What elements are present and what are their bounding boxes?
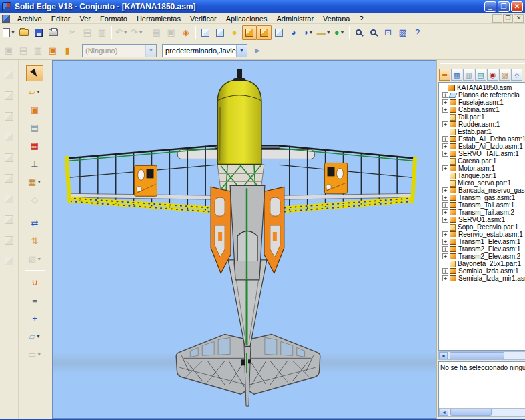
- expand-icon[interactable]: +: [442, 239, 448, 245]
- expand-icon[interactable]: +: [442, 231, 448, 237]
- expand-icon[interactable]: +: [442, 121, 448, 127]
- scroll-left-icon[interactable]: ◄: [440, 409, 448, 416]
- tree-item[interactable]: +Transm2_Elev.asm:1: [440, 245, 525, 253]
- expand-icon[interactable]: +: [442, 165, 448, 171]
- piping-route-button[interactable]: ≡: [26, 292, 43, 308]
- expand-icon[interactable]: +: [442, 99, 448, 105]
- protrusion-tool-button[interactable]: [1, 67, 18, 83]
- tree-item[interactable]: +Estab_Ail_Izdo.asm:1: [440, 143, 525, 150]
- tree-item[interactable]: Tail.par:1: [440, 113, 525, 121]
- move-component-button[interactable]: ⇄: [26, 215, 43, 231]
- menu-ver[interactable]: Ver: [75, 14, 95, 23]
- tab-part-library[interactable]: ▦: [451, 69, 462, 81]
- tree-item[interactable]: Carena.par:1: [440, 157, 525, 165]
- sketch-button[interactable]: ▱▼: [26, 83, 43, 99]
- scroll-left-icon[interactable]: ◄: [439, 352, 448, 359]
- drag-component-button[interactable]: ⇅: [26, 233, 43, 249]
- isometric-view-button[interactable]: [198, 25, 213, 40]
- insert-part-copy-button[interactable]: ▭▼: [26, 346, 43, 362]
- menu-aplicaciones[interactable]: Aplicaciones: [221, 14, 272, 23]
- tab-layers[interactable]: ▤: [475, 69, 486, 81]
- tab-sensors[interactable]: ◉: [487, 69, 498, 81]
- tab-options[interactable]: ☼: [511, 69, 522, 81]
- tree-horizontal-scrollbar[interactable]: ◄ ►: [438, 351, 525, 360]
- tree-item[interactable]: +Reenvio_estab.asm:1: [440, 231, 525, 238]
- chamfer-tool-button[interactable]: [1, 211, 18, 227]
- menu-administrar[interactable]: Administrar: [272, 14, 318, 23]
- cut-button[interactable]: ✂: [65, 25, 80, 40]
- menu-help[interactable]: ?: [354, 14, 368, 23]
- common-views-button[interactable]: ◕: [286, 25, 301, 40]
- sweep-tool-button[interactable]: [1, 108, 18, 124]
- tree-item[interactable]: Bayoneta_25x1.par:1: [440, 260, 525, 267]
- close-button[interactable]: ✕: [511, 1, 523, 12]
- tab-file-properties[interactable]: ▨: [499, 69, 510, 81]
- zoom-area-button[interactable]: [352, 25, 366, 40]
- expand-icon[interactable]: +: [442, 187, 448, 193]
- fit-button[interactable]: ⊡: [381, 25, 396, 40]
- color-manager-button[interactable]: ◈: [179, 25, 193, 40]
- tree-item[interactable]: Tanque.par:1: [440, 172, 525, 179]
- select-tool-options-1-button[interactable]: ▣: [1, 43, 16, 58]
- help-pointer-button[interactable]: ?: [410, 25, 425, 40]
- menu-archivo[interactable]: Archivo: [13, 14, 47, 23]
- tree-item[interactable]: Micro_servo.par:1: [440, 179, 525, 187]
- paste-button[interactable]: ▥: [95, 25, 109, 40]
- tree-item[interactable]: Estab.par:1: [440, 128, 525, 135]
- copy-button[interactable]: ▤: [80, 25, 95, 40]
- pattern-tool-button[interactable]: [1, 232, 18, 248]
- delete-relations-button[interactable]: ▦: [149, 25, 164, 40]
- expand-icon[interactable]: +: [442, 195, 448, 201]
- open-button[interactable]: [17, 25, 31, 40]
- rotate-view-button[interactable]: [272, 25, 286, 40]
- dimetric-view-button[interactable]: [213, 25, 227, 40]
- menu-herramientas[interactable]: Herramientas: [132, 14, 185, 23]
- expand-icon[interactable]: +: [442, 275, 448, 281]
- hole-tool-button[interactable]: [1, 170, 18, 186]
- loft-tool-button[interactable]: [1, 129, 18, 145]
- component-pattern-button[interactable]: ▦▼: [26, 173, 43, 189]
- tree-item[interactable]: +Transm_Tail.asm:2: [440, 209, 525, 216]
- expand-icon[interactable]: +: [442, 253, 448, 259]
- tree-item[interactable]: +Semiala_Izda_mir1.asm:1: [440, 275, 525, 282]
- select-tool-options-3-button[interactable]: ▥: [31, 43, 45, 58]
- menu-verificar[interactable]: Verificar: [185, 14, 221, 23]
- redo-button[interactable]: ↷▼: [129, 25, 145, 40]
- shadows-button[interactable]: ▬▼: [316, 25, 332, 40]
- info-horizontal-scrollbar[interactable]: ◄ ►: [439, 408, 525, 417]
- expand-icon[interactable]: +: [442, 143, 448, 149]
- mdi-minimize-button[interactable]: _: [492, 14, 502, 23]
- chevron-down-icon[interactable]: ▼: [236, 45, 247, 57]
- structural-frames-button[interactable]: ∪: [26, 274, 43, 290]
- tree-item[interactable]: +Semiala_Izda.asm:1: [440, 267, 525, 275]
- menu-formato[interactable]: Formato: [95, 14, 132, 23]
- shaded-with-edges-view-button[interactable]: [257, 25, 272, 40]
- expand-icon[interactable]: +: [442, 136, 448, 142]
- transfer-component-button[interactable]: ▧▼: [26, 251, 43, 267]
- expand-icon[interactable]: +: [442, 246, 448, 252]
- zoom-button[interactable]: [366, 25, 381, 40]
- save-button[interactable]: [31, 25, 46, 40]
- expand-icon[interactable]: +: [442, 92, 448, 98]
- panel-grip[interactable]: [440, 63, 525, 65]
- tree-item[interactable]: Sopo_Reenvio.par:1: [440, 223, 525, 231]
- expand-icon[interactable]: +: [442, 209, 448, 215]
- view-orientation-button[interactable]: ◑▼: [301, 25, 316, 40]
- revolved-protrusion-tool-button[interactable]: [1, 87, 18, 103]
- tree-item[interactable]: +Transm_gas.asm:1: [440, 194, 525, 201]
- mdi-restore-button[interactable]: ❐: [503, 14, 513, 23]
- bolt-connection-button[interactable]: ⊥: [26, 155, 43, 171]
- fastener-systems-button[interactable]: ▦: [26, 137, 43, 153]
- tree-item[interactable]: +Motor.asm:1: [440, 165, 525, 172]
- menu-ventana[interactable]: Ventana: [318, 14, 354, 23]
- reference-plane-button[interactable]: ▱▼: [26, 328, 43, 344]
- render-scene-button[interactable]: ●▼: [332, 25, 347, 40]
- mdi-close-button[interactable]: ✕: [514, 14, 524, 23]
- mirror-components-button[interactable]: ◇: [26, 191, 43, 207]
- 3d-viewport[interactable]: [52, 60, 436, 419]
- part-library-box-button[interactable]: ▤: [26, 119, 43, 135]
- new-document-button[interactable]: ▼: [1, 25, 17, 40]
- expand-icon[interactable]: +: [442, 202, 448, 208]
- expand-icon[interactable]: +: [442, 107, 448, 113]
- select-tool-button[interactable]: [26, 65, 43, 81]
